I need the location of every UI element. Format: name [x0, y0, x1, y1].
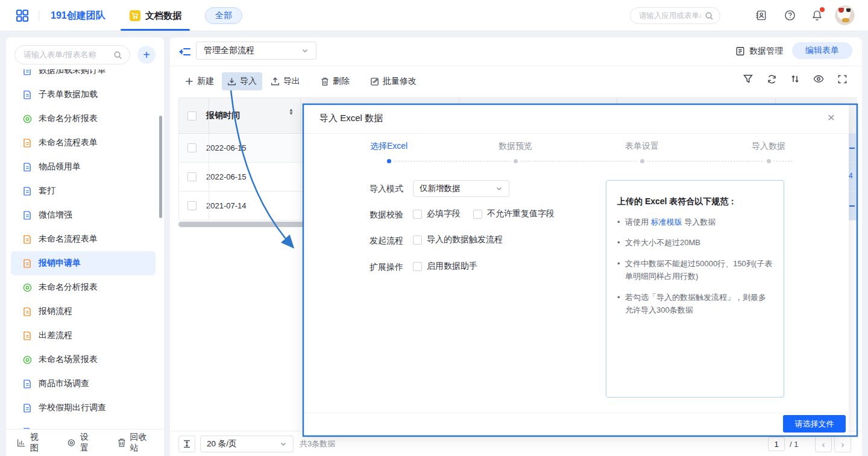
sidebar-form-item[interactable]: 物品领用单: [11, 155, 156, 179]
next-page-button[interactable]: ›: [834, 436, 851, 452]
row-checkbox[interactable]: [187, 172, 197, 181]
plus-icon: [185, 77, 193, 86]
form-type-icon: [22, 378, 33, 389]
column-divider: [209, 163, 209, 191]
page-number-input[interactable]: 1: [768, 437, 785, 451]
data-assistant-checkbox[interactable]: 启用数据助手: [413, 261, 477, 272]
sidebar-footer: 视图 设置 回收站: [6, 429, 164, 456]
sort-icon[interactable]: [790, 73, 800, 84]
team-name[interactable]: 191创建团队: [51, 0, 105, 31]
close-icon[interactable]: ×: [822, 108, 840, 126]
settings-button[interactable]: 设置: [67, 432, 95, 454]
views-label: 视图: [30, 432, 46, 454]
filter-all-pill[interactable]: 全部: [205, 7, 242, 24]
form-item-label: 套打: [39, 186, 55, 196]
prev-page-button[interactable]: ‹: [815, 436, 832, 452]
data-manage-label: 数据管理: [749, 46, 783, 57]
cell-date: 2022-06-15: [206, 163, 247, 190]
form-item-label: 商品市场调查: [39, 378, 89, 389]
checkbox-box[interactable]: [413, 262, 422, 271]
contacts-icon[interactable]: [754, 8, 767, 22]
trash-icon: [321, 77, 329, 86]
import-mode-select[interactable]: 仅新增数据: [413, 180, 509, 197]
form-search-input[interactable]: 请输入表单/报表名称: [14, 45, 130, 64]
sidebar-form-item[interactable]: 未命名分析报表: [11, 107, 156, 131]
fullscreen-icon[interactable]: [837, 73, 848, 84]
column-divider: [300, 192, 301, 220]
new-record-button[interactable]: 新建: [180, 72, 219, 90]
sidebar-form-item[interactable]: [11, 420, 156, 429]
import-excel-modal: 导入 Excel 数据 × 选择Excel 数据预览 表单设置 导入数据: [304, 104, 849, 435]
sidebar-form-item[interactable]: 出差流程: [11, 323, 156, 348]
choose-file-button[interactable]: 请选择文件: [783, 415, 846, 433]
column-visibility-icon[interactable]: [813, 73, 824, 84]
select-all-checkbox[interactable]: [187, 111, 197, 120]
row-checkbox[interactable]: [187, 143, 197, 152]
step-dot-2: [514, 159, 518, 163]
sidebar-scrollbar[interactable]: [159, 116, 162, 218]
refresh-icon[interactable]: [766, 73, 777, 84]
views-button[interactable]: 视图: [17, 432, 45, 454]
flow-scope-select[interactable]: 管理全部流程: [196, 42, 316, 60]
sidebar-form-item[interactable]: 未命名流程表单: [11, 227, 156, 251]
trigger-flow-checkbox[interactable]: 导入的数据触发流程: [413, 234, 503, 245]
checkbox-box[interactable]: [473, 210, 482, 219]
step-label: 导入数据: [752, 141, 785, 151]
import-label: 导入: [240, 76, 257, 87]
sidebar-form-item[interactable]: 微信增强: [11, 203, 156, 227]
notification-bell-icon[interactable]: [810, 8, 823, 22]
steps-connector: [386, 161, 793, 161]
column-header-date[interactable]: 报销时间: [206, 98, 240, 133]
notice-title: 上传的 Excel 表符合以下规范：: [617, 196, 773, 207]
form-type-icon: [22, 234, 33, 245]
row-height-button[interactable]: [178, 436, 195, 452]
sidebar-form-item[interactable]: 套打: [11, 179, 156, 203]
batch-edit-button[interactable]: 批量修改: [365, 72, 422, 90]
chevron-down-icon: [280, 440, 287, 448]
form-type-icon: [22, 330, 33, 341]
required-fields-checkbox[interactable]: 必填字段: [413, 208, 461, 219]
sidebar-form-item[interactable]: 未命名分析报表: [11, 275, 156, 299]
sidebar-form-item[interactable]: 子表单数据加载: [11, 83, 156, 107]
sidebar-form-item[interactable]: 数据加载采购订单: [11, 69, 156, 83]
no-duplicate-checkbox[interactable]: 不允许重复值字段: [473, 208, 555, 219]
import-button[interactable]: 导入: [222, 72, 262, 90]
sidebar-form-item[interactable]: 商品市场调查: [11, 372, 156, 396]
link-fragment: [849, 205, 855, 207]
notification-badge: [820, 7, 825, 12]
delete-button[interactable]: 删除: [315, 72, 355, 90]
export-button[interactable]: 导出: [265, 72, 306, 90]
column-divider: [209, 192, 209, 220]
recycle-bin-button[interactable]: 回收站: [118, 432, 153, 454]
form-type-icon: [22, 69, 33, 76]
help-icon[interactable]: [783, 8, 796, 22]
step-dot-4: [767, 159, 771, 163]
form-type-icon: [22, 402, 33, 413]
sidebar-form-item[interactable]: 报销申请单: [11, 251, 156, 275]
checkbox-box[interactable]: [413, 236, 422, 245]
filter-icon[interactable]: [743, 73, 753, 84]
checkbox-box[interactable]: [413, 210, 422, 219]
edit-form-button[interactable]: 编辑表单: [792, 42, 852, 59]
import-steps: 选择Excel 数据预览 表单设置 导入数据: [326, 141, 832, 171]
apps-grid-icon[interactable]: [16, 9, 29, 22]
add-form-button[interactable]: +: [137, 46, 156, 64]
collapse-sidebar-icon[interactable]: [179, 46, 191, 57]
page-size-select[interactable]: 20 条/页: [200, 436, 294, 452]
sidebar-form-item[interactable]: 未命名流程表单: [11, 131, 156, 155]
data-manage-button[interactable]: 数据管理: [735, 37, 783, 65]
standard-template-link[interactable]: 标准模版: [651, 217, 682, 226]
step-label: 选择Excel: [370, 141, 407, 151]
sidebar-form-item[interactable]: 学校假期出行调查: [11, 396, 156, 420]
row-checkbox[interactable]: [187, 201, 197, 210]
global-search-input[interactable]: 请输入应用或表单名称: [630, 7, 720, 24]
import-mode-label: 导入模式: [370, 184, 403, 195]
search-icon: [113, 51, 122, 60]
column-sort-icon[interactable]: ▲▼: [289, 108, 294, 116]
sidebar-form-item[interactable]: 报销流程: [11, 299, 156, 323]
avatar[interactable]: [835, 5, 855, 25]
sidebar-form-item[interactable]: 未命名场景报表: [11, 348, 156, 372]
tab-current-app[interactable]: 文档数据: [121, 0, 190, 31]
column-divider: [209, 98, 209, 133]
gear-icon: [67, 438, 76, 448]
